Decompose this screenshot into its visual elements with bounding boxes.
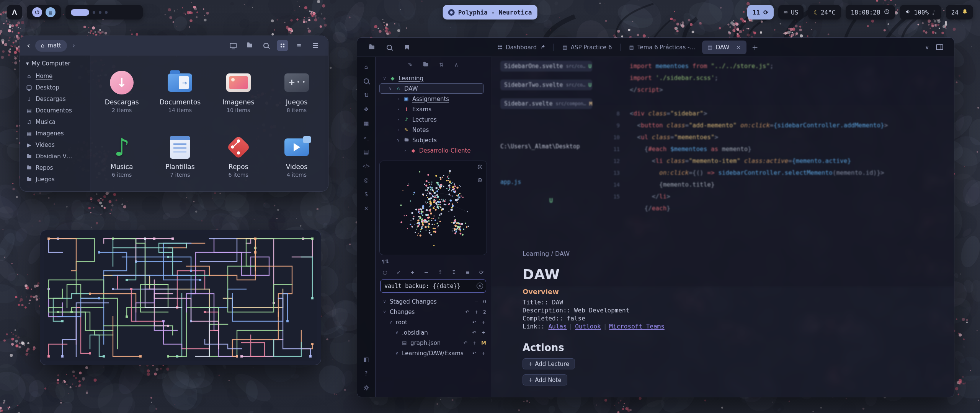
tree-item-lectures[interactable]: › ♪ Lectures — [379, 114, 487, 125]
git-row-changes[interactable]: ∨ Changes ↶+2 — [380, 307, 486, 317]
discard-icon[interactable]: ↶ — [472, 320, 477, 325]
terminal-icon[interactable]: >_ — [363, 134, 370, 141]
discard-icon[interactable]: ↶ — [463, 340, 468, 346]
new-tab-button[interactable]: + — [748, 43, 762, 52]
stage-icon[interactable]: + — [481, 351, 486, 356]
chevron-down-icon[interactable]: ∨ — [389, 320, 393, 325]
git-row-staged[interactable]: ∨ Staged Changes −0 — [380, 296, 486, 307]
link-outlook[interactable]: Outlook — [575, 323, 601, 330]
git-row-graph-json[interactable]: ▤ graph.json ↶+M — [380, 338, 486, 348]
chevron-down-icon[interactable]: ∨ — [396, 138, 400, 143]
sidebar-item-home[interactable]: ⌂Home — [26, 70, 87, 82]
vault-switcher-icon[interactable]: ◧ — [363, 356, 370, 363]
tree-item-assignments[interactable]: › ▣ Assignments — [379, 94, 487, 104]
chevron-down-icon[interactable]: ∨ — [382, 309, 387, 314]
bookmarks-tab-icon[interactable] — [403, 44, 411, 51]
list-view-icon[interactable]: ≡ — [293, 40, 305, 51]
file-manager-headerbar[interactable]: ‹ ⌂ matt › ≡ — [20, 36, 328, 55]
chevron-right-icon[interactable]: › — [396, 127, 400, 132]
tab-tema6[interactable]: ▤ Tema 6 Prácticas -… — [624, 41, 701, 54]
tree-item-desarrollo-cliente[interactable]: › ◆ Desarrollo-Cliente — [379, 145, 487, 156]
workspace-active-indicator[interactable] — [71, 9, 89, 16]
tab-close-icon[interactable]: × — [736, 44, 741, 51]
folder-imagenes[interactable]: Imagenes 10 items — [209, 59, 268, 123]
link-teams[interactable]: Microsoft Teams — [609, 323, 665, 330]
folder-repos[interactable]: Repos 6 items — [209, 123, 268, 188]
git-refresh-icon[interactable]: ⟳ — [478, 269, 485, 276]
folder-documentos[interactable]: → Documentos 14 items — [151, 59, 209, 123]
graph-view-canvas[interactable] — [380, 161, 487, 254]
screenshot-icon[interactable] — [227, 40, 239, 51]
book-icon[interactable]: ▤ — [363, 148, 370, 156]
search-tab-icon[interactable] — [385, 44, 393, 51]
volume-widget[interactable]: 100% ♪ — [900, 5, 941, 20]
folder-videos[interactable]: Videos 4 items — [268, 123, 326, 188]
tab-asp-practice[interactable]: ▤ ASP Practice 6 — [557, 41, 617, 54]
notes-icon[interactable]: ▤ — [46, 7, 56, 17]
graph-settings-icon[interactable] — [477, 164, 483, 171]
git-check-icon[interactable]: ✓ — [395, 269, 402, 276]
folder-juegos[interactable]: Juegos 8 items — [268, 59, 326, 123]
stage-icon[interactable]: + — [481, 330, 486, 335]
graph-focus-icon[interactable]: ⊕ — [477, 176, 482, 184]
cancel-icon[interactable]: × — [363, 205, 370, 212]
forward-icon[interactable]: › — [72, 41, 75, 50]
keyboard-layout-widget[interactable]: ⌨ US — [778, 5, 804, 20]
tree-item-learning[interactable]: ∨ ◆ Learning — [379, 73, 487, 83]
graph-icon[interactable]: ❖ — [363, 106, 370, 113]
stage-icon[interactable]: + — [472, 340, 477, 346]
sidebar-item-desktop[interactable]: Desktop — [26, 82, 87, 93]
sidebar-item-videos[interactable]: ▶Videos — [26, 139, 87, 151]
git-pull-icon[interactable]: ↧ — [451, 269, 457, 276]
stage-icon[interactable]: + — [481, 320, 486, 325]
settings-icon[interactable] — [363, 384, 370, 392]
pane-switch-icon[interactable]: ¶⇅ — [382, 259, 491, 264]
grid-view-icon[interactable] — [277, 40, 288, 51]
chevron-down-icon[interactable]: ▾ — [26, 60, 29, 67]
tree-item-daw[interactable]: ∨ ⌂ DAW — [379, 83, 484, 94]
add-note-button[interactable]: + Add Note — [523, 374, 567, 385]
chevron-down-icon[interactable]: ∨ — [388, 86, 392, 91]
workspace-dot[interactable] — [105, 11, 108, 14]
chevron-down-icon[interactable]: ∨ — [925, 44, 929, 50]
collapse-all-icon[interactable]: ∧ — [454, 62, 458, 68]
launcher-button[interactable]: Λ — [7, 5, 22, 20]
power-icon[interactable] — [32, 7, 42, 17]
breadcrumb[interactable]: Learning / DAW — [523, 250, 829, 257]
tree-item-subjects[interactable]: ∨ Subjects — [379, 135, 487, 145]
discard-icon[interactable]: ↶ — [472, 351, 477, 356]
split-layout-icon[interactable] — [936, 44, 943, 50]
clock-widget[interactable]: 18:08:28 — [846, 5, 895, 20]
stage-icon[interactable]: + — [474, 309, 479, 315]
tab-daw[interactable]: ▤ DAW × — [702, 41, 746, 54]
tab-dashboard[interactable]: Dashboard — [492, 41, 550, 54]
commit-message-input[interactable] — [380, 280, 486, 293]
folder-musica[interactable]: ♪ Musica 6 items — [93, 123, 151, 188]
camera-icon[interactable]: ◎ — [363, 176, 370, 184]
chevron-right-icon[interactable]: › — [396, 107, 400, 112]
workspace-dot[interactable] — [93, 11, 95, 14]
sidebar-item-imagenes[interactable]: ▦Imagenes — [26, 128, 87, 139]
chevron-down-icon[interactable]: ∨ — [382, 299, 387, 304]
sidebar-item-descargas[interactable]: ↓Descargas — [26, 93, 87, 105]
chevron-right-icon[interactable]: › — [396, 96, 400, 101]
folder-plantillas[interactable]: Plantillas 7 items — [151, 123, 209, 188]
sidebar-item-musica[interactable]: ♫Musica — [26, 116, 87, 128]
new-folder-icon[interactable] — [423, 62, 428, 68]
media-widget[interactable]: Polyphia - Neurotica — [443, 5, 537, 20]
new-note-icon[interactable]: ✎ — [408, 62, 413, 68]
chevron-down-icon[interactable]: ∨ — [395, 351, 399, 356]
git-row-obsidian-folder[interactable]: ∨ .obsidian ↶+ — [380, 327, 486, 338]
sidebar-item-obsidian-vault[interactable]: Obsidian V… — [26, 151, 87, 162]
git-commit-icon[interactable]: ○ — [382, 269, 389, 276]
search-icon[interactable] — [260, 40, 272, 51]
notifications-widget[interactable]: 24 — [946, 5, 973, 20]
chevron-right-icon[interactable]: › — [396, 117, 400, 122]
sort-icon[interactable]: ⇅ — [439, 62, 444, 68]
clear-input-icon[interactable]: × — [477, 283, 483, 289]
folder-descargas[interactable]: ↓ Descargas 2 items — [93, 59, 151, 123]
sidebar-item-juegos[interactable]: Juegos — [26, 174, 87, 185]
home-icon[interactable]: ⌂ — [363, 63, 370, 71]
files-tab-icon[interactable] — [368, 44, 376, 51]
git-unstage-all-icon[interactable]: − — [423, 269, 430, 276]
